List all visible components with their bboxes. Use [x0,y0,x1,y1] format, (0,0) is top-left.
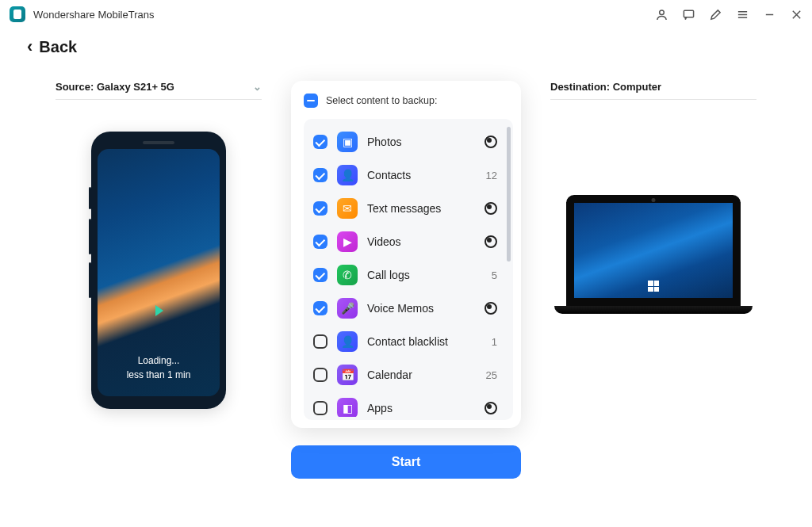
category-icon: 👤 [337,331,358,352]
item-label: Contacts [367,169,477,181]
source-dropdown-icon[interactable]: ⌄ [253,81,262,93]
scrollbar[interactable] [507,127,511,262]
back-label: Back [39,38,77,56]
close-icon[interactable] [790,8,802,21]
item-checkbox[interactable] [313,368,327,382]
start-button[interactable]: Start [291,445,521,479]
item-checkbox[interactable] [313,135,327,149]
loading-line1: Loading... [127,353,191,368]
item-label: Contact blacklist [367,335,482,348]
content-item[interactable]: ✆Call logs5 [312,258,510,292]
item-checkbox[interactable] [313,201,327,216]
user-icon[interactable] [655,8,668,21]
source-column: Source: Galaxy S21+ 5G ⌄ Loading... less… [56,81,262,479]
center-column: Select content to backup: ▣Photos👤Contac… [291,81,521,479]
app-icon [10,6,25,22]
svg-rect-1 [684,10,693,17]
minimize-icon[interactable] [763,8,776,21]
item-count: 25 [486,369,497,381]
item-checkbox[interactable] [313,168,327,182]
item-label: Apps [367,402,475,414]
content-item[interactable]: 📅Calendar25 [312,358,510,391]
select-all-checkbox[interactable] [304,94,318,108]
divider [550,99,756,100]
menu-icon[interactable] [736,8,749,21]
item-label: Videos [367,235,475,248]
item-label: Call logs [367,269,482,281]
category-icon: ▶ [337,231,358,252]
loading-indicator-icon [485,136,497,148]
content-item[interactable]: 👤Contacts12 [312,158,510,192]
source-label: Source: Galaxy S21+ 5G [56,81,174,93]
item-checkbox[interactable] [313,235,327,249]
message-icon[interactable] [682,8,695,21]
item-label: Calendar [367,369,477,381]
content-item[interactable]: ◧Apps [312,391,510,417]
category-icon: ✉ [337,198,358,219]
loading-line2: less than 1 min [127,368,191,382]
content-item[interactable]: ✉Text messages [312,192,510,225]
panel-title: Select content to backup: [326,95,437,106]
category-icon: 👤 [337,165,358,185]
phone-loading-text: Loading... less than 1 min [127,353,191,396]
content-panel: Select content to backup: ▣Photos👤Contac… [291,81,521,428]
loading-indicator-icon [485,202,497,215]
loading-indicator-icon [485,402,497,414]
category-icon: 📅 [337,365,358,385]
windows-logo-icon [648,281,659,292]
titlebar: Wondershare MobileTrans [0,0,812,29]
item-label: Text messages [367,202,475,215]
category-icon: ◧ [337,398,358,417]
item-label: Voice Memos [367,302,475,315]
category-icon: 🎤 [337,298,358,319]
item-label: Photos [367,136,475,148]
titlebar-controls [655,8,802,21]
destination-label: Destination: Computer [550,81,661,93]
content-item[interactable]: ▶Videos [312,225,510,258]
item-count: 12 [486,170,497,181]
content-item[interactable]: ▣Photos [312,125,510,158]
item-checkbox[interactable] [313,301,327,315]
item-count: 5 [492,269,497,281]
item-checkbox[interactable] [313,268,327,282]
edit-icon[interactable] [709,8,722,21]
destination-device-illustration [554,195,753,314]
category-icon: ✆ [337,265,358,285]
item-checkbox[interactable] [313,401,327,415]
item-checkbox[interactable] [313,334,327,349]
svg-point-0 [659,10,664,14]
loading-indicator-icon [485,235,497,248]
destination-column: Destination: Computer [550,81,756,479]
item-count: 1 [492,336,497,348]
content-item[interactable]: 👤Contact blacklist1 [312,325,510,358]
content-item[interactable]: 🎤Voice Memos [312,292,510,325]
loading-indicator-icon [485,302,497,315]
source-device-illustration: Loading... less than 1 min [91,132,226,409]
divider [56,99,262,100]
play-icon [155,305,163,316]
back-button[interactable]: ‹ Back [0,29,812,57]
chevron-left-icon: ‹ [27,36,33,57]
app-title: Wondershare MobileTrans [33,9,154,21]
category-icon: ▣ [337,132,358,152]
